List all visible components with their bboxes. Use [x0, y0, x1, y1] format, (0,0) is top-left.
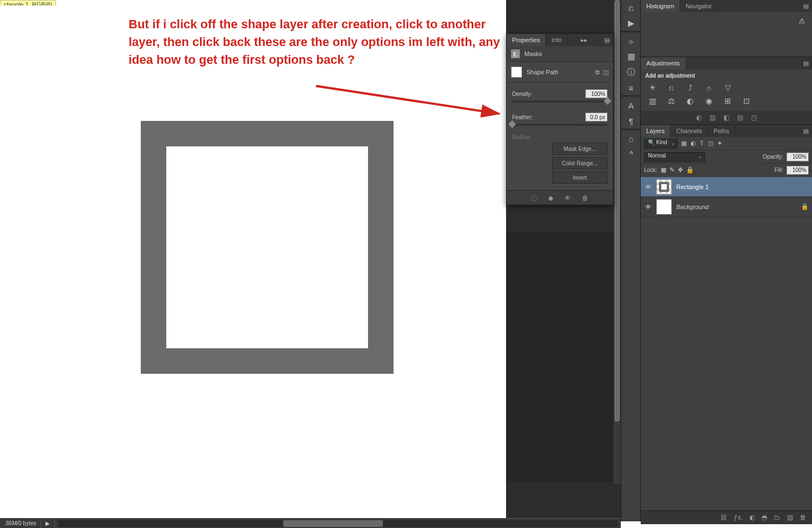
balance-icon[interactable]: ⚖: [665, 97, 677, 105]
layers-icon[interactable]: ≡: [621, 80, 641, 95]
group-icon[interactable]: 🗀: [774, 514, 780, 521]
vertical-scrollbar[interactable]: [614, 0, 621, 484]
threshold-icon[interactable]: ◧: [723, 114, 729, 121]
layers-menu-icon[interactable]: ▤: [800, 128, 812, 135]
status-arrow-icon[interactable]: ▶: [41, 519, 55, 528]
filter-kind-select[interactable]: 🔍 Kind: [644, 139, 678, 149]
selective-color-icon[interactable]: ◳: [751, 114, 757, 121]
hue-icon[interactable]: ▥: [646, 97, 658, 105]
actions-icon[interactable]: ▶: [621, 16, 641, 31]
tab-histogram[interactable]: Histogram: [641, 0, 680, 12]
paragraph-icon[interactable]: ¶: [621, 113, 641, 129]
styles-icon[interactable]: ⌂: [621, 131, 641, 146]
filter-smart-icon[interactable]: ✦: [717, 140, 722, 147]
horizontal-scrollbar[interactable]: [58, 520, 617, 527]
tab-layers[interactable]: Layers: [641, 125, 671, 137]
doc-size-label[interactable]: .86M/0 bytes: [0, 519, 41, 528]
density-slider[interactable]: [512, 100, 607, 103]
new-layer-icon[interactable]: ▤: [787, 514, 793, 521]
right-panel-column: Histogram Navigator ▤ ⚠ Adjustments ▤ Ad…: [640, 0, 812, 521]
lock-label: Lock:: [644, 167, 657, 173]
gradient-map-icon[interactable]: ▤: [737, 114, 743, 121]
layer-row-background[interactable]: 👁 Background 🔒: [641, 197, 812, 217]
layer-row-rectangle-1[interactable]: 👁 Rectangle 1: [641, 177, 812, 197]
panel-collapse-icon[interactable]: ▸▸: [578, 37, 591, 44]
tab-properties[interactable]: Properties: [507, 34, 546, 46]
disable-mask-icon[interactable]: 👁: [564, 194, 571, 202]
bw-icon[interactable]: ◐: [684, 97, 696, 105]
lookup-icon[interactable]: ⊡: [740, 97, 753, 105]
feather-slider[interactable]: [512, 124, 607, 126]
brush-icon[interactable]: ⟐: [621, 33, 641, 49]
opacity-input[interactable]: 100%: [787, 153, 809, 161]
history-icon[interactable]: ⎌: [621, 0, 641, 16]
adjustment-layer-icon[interactable]: ◓: [762, 514, 767, 521]
delete-mask-icon[interactable]: 🗑: [582, 194, 589, 202]
fill-input[interactable]: 100%: [787, 166, 809, 175]
rectangle-shape[interactable]: [141, 121, 394, 374]
fx-icon[interactable]: ƒx.: [734, 514, 743, 521]
visibility-icon[interactable]: 👁: [644, 204, 652, 210]
properties-panel: Properties Info ▸▸ ▤ ◧ Masks Shape Path …: [506, 33, 614, 205]
vibrance-icon[interactable]: ▽: [722, 83, 734, 92]
tab-paths[interactable]: Paths: [708, 125, 736, 137]
feather-input[interactable]: 0.0 px: [585, 113, 607, 121]
histogram-body: ⚠: [641, 12, 812, 57]
lock-icon: 🔒: [801, 203, 809, 210]
link-layers-icon[interactable]: ⛓: [721, 514, 727, 521]
invert-adj-icon[interactable]: ◐: [696, 114, 702, 121]
character-icon[interactable]: A: [621, 98, 641, 113]
swatches-icon[interactable]: ▦: [621, 49, 641, 64]
panel-menu-icon[interactable]: ▤: [601, 37, 613, 44]
canvas[interactable]: But if i click off the shape layer after…: [0, 6, 506, 483]
masks-title: Masks: [524, 50, 542, 57]
filter-type-icon[interactable]: T: [700, 140, 704, 147]
tab-adjustments[interactable]: Adjustments: [641, 57, 686, 69]
layer-name[interactable]: Background: [676, 204, 709, 210]
channel-mixer-icon[interactable]: ⊞: [722, 97, 734, 105]
layer-name[interactable]: Rectangle 1: [676, 184, 709, 190]
filter-shape-icon[interactable]: ◫: [708, 140, 713, 147]
adjustments-menu-icon[interactable]: ▤: [800, 60, 812, 67]
lock-all-icon[interactable]: 🔒: [686, 166, 694, 174]
curves-icon[interactable]: ⤴: [684, 83, 696, 92]
glyphs-icon[interactable]: ᴬ: [621, 146, 641, 162]
photo-filter-icon[interactable]: ◉: [703, 97, 715, 105]
blend-mode-select[interactable]: Normal: [644, 152, 705, 162]
lock-position-icon[interactable]: ✥: [678, 166, 683, 174]
select-mask-icon[interactable]: ◫: [603, 69, 609, 76]
annotation-text: But if i click off the shape layer after…: [129, 16, 517, 69]
shape-path-label: Shape Path: [527, 69, 559, 75]
delete-layer-icon[interactable]: 🗑: [800, 514, 806, 521]
levels-icon[interactable]: ⎌: [665, 83, 677, 92]
visibility-icon[interactable]: 👁: [644, 184, 652, 190]
info-icon[interactable]: ⓘ: [621, 64, 641, 80]
posterize-icon[interactable]: ▨: [709, 114, 716, 121]
apply-mask-icon[interactable]: ◆: [548, 194, 553, 202]
exposure-icon[interactable]: ☼: [703, 83, 715, 92]
collapsed-panel-strip: ⎌ ▶ ⟐ ▦ ⓘ ≡ A ¶ ⌂ ᴬ: [621, 0, 640, 521]
filter-adjust-icon[interactable]: ◐: [691, 140, 696, 147]
layer-thumb[interactable]: [656, 179, 672, 195]
tab-navigator[interactable]: Navigator: [680, 0, 718, 12]
color-range-button[interactable]: Color Range...: [552, 157, 607, 169]
rectangle-inner: [166, 146, 368, 348]
filter-pixel-icon[interactable]: ▦: [681, 140, 687, 147]
status-bar: .86M/0 bytes ▶: [0, 518, 621, 528]
mask-edge-button[interactable]: Mask Edge...: [552, 143, 607, 155]
histogram-menu-icon[interactable]: ▤: [800, 3, 812, 10]
layer-thumb[interactable]: [656, 199, 672, 215]
lock-transparent-icon[interactable]: ▦: [661, 166, 666, 174]
tab-info[interactable]: Info: [546, 34, 568, 46]
lock-image-icon[interactable]: ✎: [670, 166, 675, 174]
add-mask-icon[interactable]: ◐: [749, 514, 755, 521]
invert-button[interactable]: Invert: [552, 171, 607, 184]
load-selection-icon[interactable]: ◌: [532, 194, 537, 202]
density-input[interactable]: 100%: [585, 89, 607, 98]
tab-channels[interactable]: Channels: [671, 125, 708, 137]
fill-label: Fill:: [774, 167, 783, 173]
brightness-icon[interactable]: ☀: [646, 83, 658, 92]
svg-line-0: [316, 86, 499, 114]
add-mask-icon[interactable]: ⧉: [595, 69, 600, 76]
histogram-warning-icon[interactable]: ⚠: [799, 17, 805, 25]
